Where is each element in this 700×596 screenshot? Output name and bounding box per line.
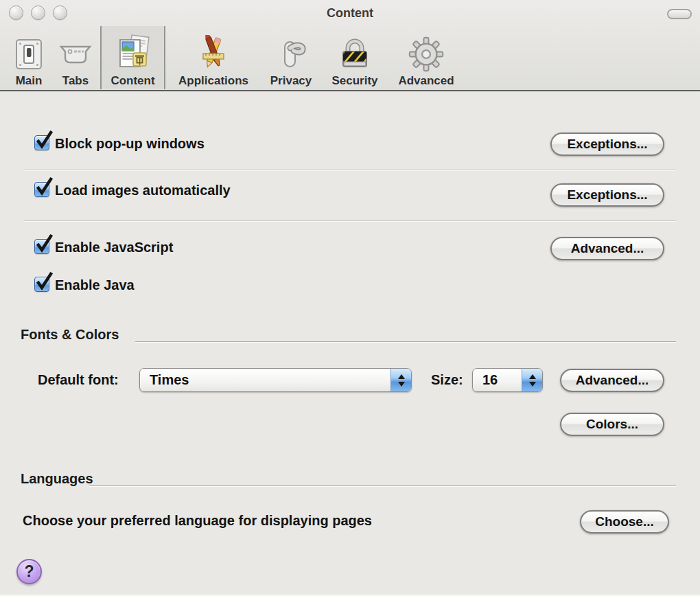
font-size-select[interactable]: 16 [472,368,543,392]
help-button[interactable]: ? [16,559,42,584]
content-pane: Block pop-up windows Exceptions... Load … [0,91,700,596]
tab-privacy[interactable]: Privacy [268,26,314,89]
load-images-label: Load images automatically [55,183,231,198]
choose-language-button[interactable]: Choose... [580,510,669,534]
tab-advanced-label: Advanced [398,75,454,87]
checkmark-icon [35,272,53,291]
languages-heading: Languages [21,471,93,487]
tab-tabs-label: Tabs [62,75,89,87]
content-documents-icon [114,34,152,72]
enable-javascript-label: Enable JavaScript [55,240,173,255]
tab-main-label: Main [16,75,43,87]
enable-javascript-checkbox[interactable] [34,239,49,254]
javascript-advanced-button[interactable]: Advanced... [550,237,664,260]
tab-main[interactable]: Main [10,26,48,89]
window-chrome: Content Main [0,0,700,91]
preferences-window: Content Main [0,0,700,596]
block-popups-checkbox[interactable] [34,135,49,150]
popups-exceptions-button[interactable]: Exceptions... [550,133,664,156]
titlebar: Content [0,0,700,24]
toolbar-toggle-pill[interactable] [667,9,692,19]
default-font-select[interactable]: Times [139,368,412,392]
arrow-up-icon [398,374,405,379]
tab-content[interactable]: Content [100,26,165,89]
size-label: Size: [431,372,463,387]
enable-java-checkbox[interactable] [34,277,49,292]
window-title: Content [0,6,700,21]
tab-tabs[interactable]: Tabs [55,26,96,89]
gear-icon [408,36,444,72]
images-exceptions-button[interactable]: Exceptions... [550,183,664,207]
font-size-value: 16 [482,372,498,388]
applications-icon [196,35,231,72]
default-font-value: Times [150,372,189,388]
row-separator [24,170,676,170]
checkmark-icon [35,234,53,253]
light-switch-icon [12,36,46,72]
checkmark-icon [35,130,53,150]
colors-button[interactable]: Colors... [560,413,664,436]
tab-applications-label: Applications [178,75,248,87]
arrow-down-icon [529,382,536,387]
padlock-icon [337,36,373,72]
enable-java-label: Enable Java [55,277,135,293]
popup-stepper-icon [522,369,542,391]
tab-security-label: Security [331,75,377,87]
fonts-advanced-button[interactable]: Advanced... [560,369,664,392]
fonts-colors-divider [135,341,676,342]
tab-privacy-label: Privacy [270,75,312,87]
arrow-down-icon [398,382,405,387]
tab-advanced[interactable]: Advanced [393,26,460,89]
block-popups-label: Block pop-up windows [55,136,205,151]
tabs-icon [58,36,93,72]
tab-content-label: Content [110,75,154,87]
languages-divider [89,485,676,486]
checkmark-icon [35,177,53,196]
language-description: Choose your preferred language for displ… [23,513,372,528]
question-mark-icon: ? [24,562,34,581]
tab-applications[interactable]: Applications [173,26,254,89]
fonts-colors-heading: Fonts & Colors [21,327,119,343]
preferences-toolbar: Main Tabs [0,24,700,90]
load-images-checkbox[interactable] [34,182,49,197]
default-font-label: Default font: [38,372,119,387]
door-handle-icon [273,36,309,72]
arrow-up-icon [529,374,536,379]
popup-stepper-icon [390,369,411,391]
row-separator [24,220,676,221]
tab-security[interactable]: Security [325,26,384,89]
